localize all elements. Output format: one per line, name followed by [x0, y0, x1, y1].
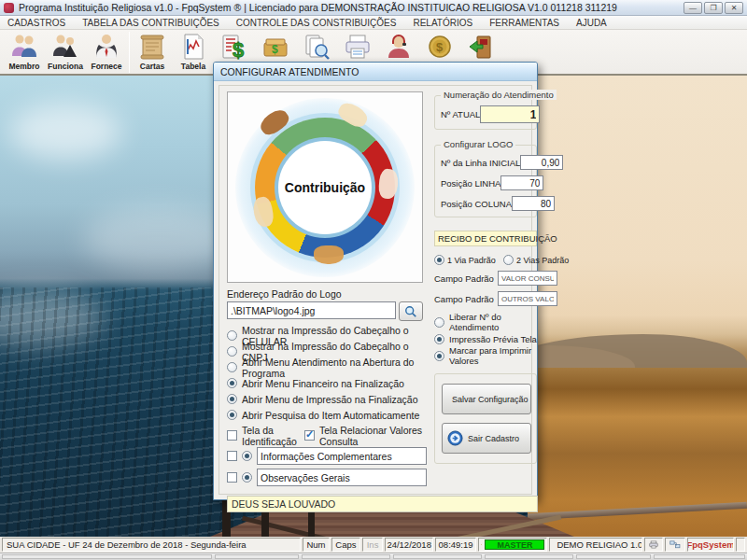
magnifier-icon [404, 305, 417, 318]
radio-icon[interactable] [242, 451, 252, 461]
taskbar-segment[interactable] [576, 554, 651, 559]
observacoes-gerais-input[interactable] [257, 469, 427, 486]
posicao-coluna-input[interactable] [512, 196, 555, 211]
checkbox-icon [304, 430, 315, 441]
scroll-icon [137, 32, 167, 62]
members-icon [9, 32, 39, 62]
exit-arrow-icon [447, 430, 463, 446]
radio-icon[interactable] [242, 472, 252, 483]
printer-icon [649, 539, 658, 550]
option-1-via[interactable]: 1 Via Padrão [434, 255, 496, 265]
taskbar-segment[interactable] [215, 554, 299, 559]
informacoes-complementares-input[interactable] [257, 447, 427, 465]
menu-relatorios[interactable]: RELATÓRIOS [413, 18, 472, 28]
supplier-icon [92, 32, 121, 62]
menu-tabela-contribuicoes[interactable]: TABELA DAS CONTRIBUIÇÕES [82, 18, 219, 28]
menu-ajuda[interactable]: AJUDA [576, 18, 607, 28]
recibo-header: RECIBO DE CONTRIBUIÇÃO [434, 231, 537, 246]
status-location: SUA CIDADE - UF 24 de Dezembro de 2018 -… [2, 538, 301, 552]
hand-shape [314, 245, 344, 264]
sair-cadastro-button[interactable]: Sair Cadastro [442, 423, 531, 454]
numeracao-groupbox: Numeração do Atendimento Nº ATUAL [434, 95, 537, 130]
posicao-coluna-label: Posição COLUNA [441, 199, 512, 209]
taskbar-segment[interactable] [302, 554, 390, 559]
option-marcar-imprimir[interactable]: Marcar para Imprimir Valores [434, 347, 537, 364]
menubar: CADASTROS TABELA DAS CONTRIBUIÇÕES CONTR… [0, 16, 747, 30]
window-titlebar: Programa Instituição Religiosa v1.0 - Fp… [0, 0, 747, 16]
menu-cadastros[interactable]: CADASTROS [7, 18, 65, 28]
logo-center: Contribuição [278, 141, 372, 234]
salvar-configuracao-button[interactable]: Salvar Configuração [442, 384, 531, 414]
status-num: Num [303, 538, 330, 552]
option-pesquisa-item[interactable]: Abrir Pesquisa do Item Automaticamente [227, 407, 427, 423]
window-title: Programa Instituição Religiosa v1.0 - Fp… [19, 2, 617, 13]
browse-logo-button[interactable] [399, 301, 423, 321]
check-relacionar-valores[interactable]: Tela Relacionar Valores Consulta [304, 427, 427, 443]
status-caps: Caps [331, 538, 360, 552]
status-product: DEMO RELIGIAO 1.0 [549, 538, 642, 552]
status-key [736, 538, 745, 552]
configurar-logo-legend: Configurar LOGO [441, 139, 515, 149]
radio-icon [227, 378, 237, 388]
taskbar-segment[interactable] [485, 554, 573, 559]
campo-padrao-label-1: Campo Padrão [434, 273, 494, 284]
status-network [665, 538, 685, 552]
radio-icon [227, 410, 237, 420]
svg-text:$: $ [233, 38, 244, 62]
employees-icon [50, 32, 80, 62]
numeracao-legend: Numeração do Atendimento [441, 90, 557, 100]
toolbar-tabela-button[interactable]: Tabela [173, 32, 214, 74]
menu-ferramentas[interactable]: FERRAMENTAS [489, 18, 559, 28]
configurar-atendimento-dialog: CONFIGURAR ATENDIMENTO Contribuição E [213, 62, 538, 500]
toolbar-membro-button[interactable]: Membro [4, 32, 45, 74]
radio-icon [434, 255, 444, 265]
linha-inicial-input[interactable] [520, 155, 563, 170]
table-doc-icon [178, 32, 208, 62]
minimize-button[interactable]: — [684, 2, 702, 14]
app-icon [4, 3, 14, 13]
menu-controle-contribuicoes[interactable]: CONTROLE DAS CONSTRIBUIÇÕES [236, 18, 397, 28]
option-abrir-atendimento[interactable]: Abrir Menu Atendimento na Abertura do Pr… [227, 359, 427, 375]
toolbar-cartas-button[interactable]: Cartas [132, 32, 173, 74]
toolbar-fornecedor-button[interactable]: Fornece [86, 32, 127, 74]
master-badge: MASTER [485, 539, 544, 550]
taskbar-segment[interactable] [2, 554, 212, 559]
checkbox-icon[interactable] [227, 472, 237, 483]
dialog-title: CONFIGURAR ATENDIMENTO [220, 66, 359, 77]
linha-inicial-label: Nº da Linha INICIAL [441, 158, 520, 168]
check-tela-identificacao[interactable]: Tela da Identificação [227, 427, 304, 443]
numero-atual-input[interactable] [480, 105, 540, 123]
campo-padrao-label-2: Campo Padrão [434, 294, 494, 304]
status-date: 24/12/2018 [385, 538, 433, 552]
option-2-vias[interactable]: 2 Vias Padrão [503, 255, 569, 265]
key-icon [481, 539, 482, 550]
logo-caption: Contribuição [285, 180, 365, 195]
contribution-icon: $ [219, 32, 249, 62]
logo-path-label: Endereço Padrão do Logo [227, 288, 427, 300]
option-menu-impressao[interactable]: Abrir Menu de Impressão na Finalização [227, 391, 427, 407]
configurar-logo-groupbox: Configurar LOGO Nº da Linha INICIAL Posi… [434, 145, 537, 217]
money-drawer-icon: $ [261, 32, 290, 62]
logo-path-input[interactable] [227, 301, 396, 319]
restore-button[interactable]: ❐ [704, 2, 723, 14]
dialog-titlebar[interactable]: CONFIGURAR ATENDIMENTO [214, 63, 537, 81]
checkbox-icon [227, 430, 237, 441]
checkbox-icon[interactable] [227, 451, 237, 461]
radio-icon [227, 346, 237, 357]
radio-icon [227, 394, 237, 404]
campo-padrao-input-2[interactable] [498, 291, 557, 306]
toolbar-funcionario-button[interactable]: Funciona [45, 32, 86, 74]
dialog-client-area: Contribuição Endereço Padrão do Logo [218, 85, 532, 495]
campo-padrao-input-1[interactable] [498, 271, 557, 286]
coin-icon: $ [425, 32, 455, 62]
taskbar-segment[interactable] [393, 554, 482, 559]
status-master: MASTER [478, 538, 547, 552]
search-doc-icon [302, 32, 331, 62]
printer-icon [343, 32, 373, 62]
option-menu-financeiro[interactable]: Abrir Menu Financeiro na Finalização [227, 375, 427, 391]
taskbar-segment[interactable] [654, 554, 745, 559]
radio-icon [434, 334, 444, 344]
option-liberar-numero[interactable]: Liberar Nº do Atendimento [434, 314, 537, 330]
posicao-linha-input[interactable] [500, 175, 543, 190]
close-button[interactable]: ✕ [725, 2, 743, 14]
